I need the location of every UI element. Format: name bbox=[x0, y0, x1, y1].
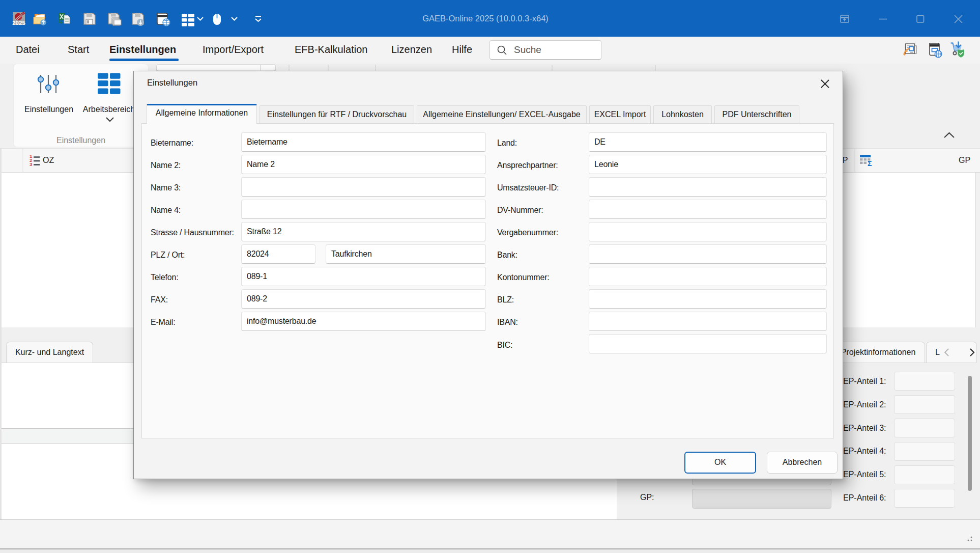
svg-text:Σ: Σ bbox=[868, 159, 872, 168]
svg-text:2025: 2025 bbox=[12, 20, 25, 26]
svg-text:3: 3 bbox=[30, 161, 32, 167]
